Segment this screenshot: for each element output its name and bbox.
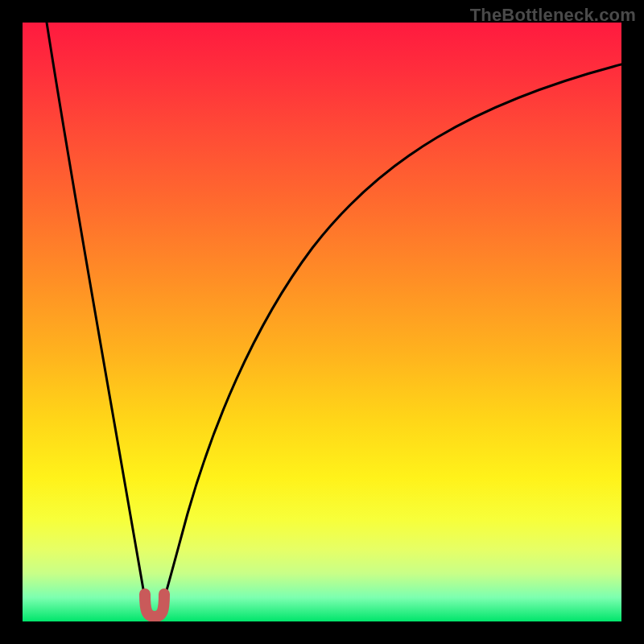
curve-right-branch xyxy=(159,64,621,615)
plot-area xyxy=(23,23,621,621)
watermark-text: TheBottleneck.com xyxy=(470,5,636,26)
curve-left-branch xyxy=(47,23,150,615)
optimal-point-marker xyxy=(145,594,164,617)
curve-layer xyxy=(23,23,621,621)
chart-frame: TheBottleneck.com xyxy=(0,0,644,644)
